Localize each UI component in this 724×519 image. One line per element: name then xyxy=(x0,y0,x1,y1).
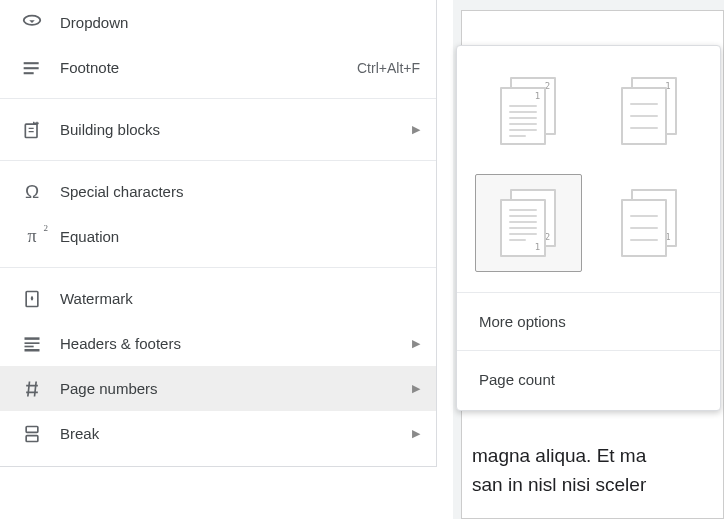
submenu-separator xyxy=(457,292,720,293)
svg-rect-4 xyxy=(25,124,37,137)
svg-rect-9 xyxy=(25,349,40,352)
menu-label: Footnote xyxy=(60,59,357,76)
svg-rect-7 xyxy=(25,342,40,344)
menu-item-dropdown[interactable]: Dropdown xyxy=(0,0,436,45)
submenu-more-options[interactable]: More options xyxy=(457,299,720,344)
headers-footers-icon xyxy=(20,332,44,356)
menu-item-watermark[interactable]: Watermark xyxy=(0,276,436,321)
submenu-arrow-icon: ▶ xyxy=(412,337,420,350)
menu-item-page-numbers[interactable]: Page numbers ▶ xyxy=(0,366,436,411)
menu-item-special-characters[interactable]: Ω Special characters xyxy=(0,169,436,214)
menu-item-building-blocks[interactable]: Building blocks ▶ xyxy=(0,107,436,152)
omega-icon: Ω xyxy=(20,180,44,204)
footnote-icon xyxy=(20,56,44,80)
submenu-separator xyxy=(457,350,720,351)
menu-label: Building blocks xyxy=(60,121,404,138)
svg-rect-1 xyxy=(24,62,39,64)
page-number-footer-all[interactable]: 2 1 xyxy=(475,174,582,272)
menu-label: Dropdown xyxy=(60,14,420,31)
pi-icon: π2 xyxy=(20,225,44,249)
menu-separator xyxy=(0,267,436,268)
menu-item-break[interactable]: Break ▶ xyxy=(0,411,436,456)
svg-rect-8 xyxy=(25,345,34,347)
svg-rect-10 xyxy=(26,426,38,432)
svg-rect-3 xyxy=(24,72,34,74)
submenu-arrow-icon: ▶ xyxy=(412,382,420,395)
watermark-icon xyxy=(20,287,44,311)
menu-label: Special characters xyxy=(60,183,420,200)
menu-label: Equation xyxy=(60,228,420,245)
menu-separator xyxy=(0,160,436,161)
menu-item-headers-footers[interactable]: Headers & footers ▶ xyxy=(0,321,436,366)
insert-menu: Dropdown Footnote Ctrl+Alt+F Building bl… xyxy=(0,0,437,467)
break-icon xyxy=(20,422,44,446)
menu-item-footnote[interactable]: Footnote Ctrl+Alt+F xyxy=(0,45,436,90)
page-numbers-submenu: 2 1 1 xyxy=(456,45,721,411)
hash-icon xyxy=(20,377,44,401)
menu-label: Page numbers xyxy=(60,380,404,397)
doc-text-line: magna aliqua. Et ma xyxy=(472,441,723,470)
menu-item-equation[interactable]: π2 Equation xyxy=(0,214,436,259)
svg-rect-6 xyxy=(25,337,40,340)
page-number-header-skip-first[interactable]: 1 xyxy=(596,62,703,160)
submenu-arrow-icon: ▶ xyxy=(412,123,420,136)
page-number-header-all[interactable]: 2 1 xyxy=(475,62,582,160)
svg-rect-2 xyxy=(24,67,39,69)
building-blocks-icon xyxy=(20,118,44,142)
menu-label: Headers & footers xyxy=(60,335,404,352)
menu-separator xyxy=(0,98,436,99)
dropdown-icon xyxy=(20,11,44,35)
submenu-page-count[interactable]: Page count xyxy=(457,357,720,402)
page-number-style-grid: 2 1 1 xyxy=(457,56,720,286)
page-number-footer-skip-first[interactable]: 1 xyxy=(596,174,703,272)
doc-text-line: san in nisl nisi sceler xyxy=(472,470,723,499)
menu-label: Break xyxy=(60,425,404,442)
svg-rect-11 xyxy=(26,435,38,441)
submenu-arrow-icon: ▶ xyxy=(412,427,420,440)
menu-label: Watermark xyxy=(60,290,420,307)
shortcut-text: Ctrl+Alt+F xyxy=(357,60,420,76)
